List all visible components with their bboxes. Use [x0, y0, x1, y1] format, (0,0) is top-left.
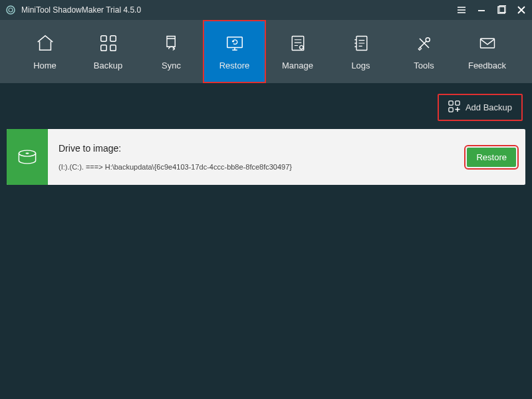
nav-restore[interactable]: Restore: [203, 20, 266, 83]
app-logo-icon: [5, 5, 16, 15]
titlebar: MiniTool ShadowMaker Trial 4.5.0: [0, 0, 532, 20]
nav-label: Sync: [162, 61, 181, 70]
toolbar: Add Backup: [7, 94, 525, 129]
add-backup-button[interactable]: Add Backup: [438, 94, 523, 121]
backup-entry-path: (I:).(C:). ===> H:\backupdata\{6c9e4103-…: [59, 163, 456, 171]
backup-entry-actions: Restore: [467, 129, 525, 185]
svg-point-0: [7, 6, 15, 14]
backup-entry-body: Drive to image: (I:).(C:). ===> H:\backu…: [48, 129, 467, 185]
svg-point-17: [25, 153, 29, 154]
nav-logs[interactable]: Logs: [329, 20, 392, 83]
drive-icon: [7, 129, 48, 185]
menu-icon[interactable]: [456, 5, 467, 15]
svg-point-11: [426, 38, 430, 42]
nav-label: Feedback: [468, 61, 506, 70]
nav-label: Home: [33, 61, 57, 70]
svg-point-9: [299, 46, 303, 49]
nav-backup[interactable]: Backup: [76, 20, 140, 83]
svg-rect-8: [292, 37, 304, 51]
nav-home[interactable]: Home: [13, 20, 76, 83]
nav-label: Backup: [94, 61, 122, 70]
maximize-icon[interactable]: [496, 5, 507, 15]
add-backup-label: Add Backup: [466, 102, 512, 112]
home-icon: [35, 33, 56, 54]
nav-manage[interactable]: Manage: [266, 20, 329, 83]
svg-rect-12: [480, 39, 494, 48]
window-controls: [456, 5, 527, 15]
svg-rect-15: [449, 108, 453, 112]
feedback-icon: [477, 33, 498, 54]
nav-label: Tools: [414, 61, 434, 70]
close-icon[interactable]: [516, 5, 527, 15]
manage-icon: [287, 33, 309, 54]
nav-feedback[interactable]: Feedback: [456, 20, 519, 83]
svg-rect-3: [100, 36, 106, 41]
backup-entry-title: Drive to image:: [59, 143, 456, 154]
svg-rect-5: [100, 45, 106, 51]
nav-label: Logs: [351, 61, 370, 70]
nav-label: Manage: [282, 61, 313, 70]
svg-rect-13: [449, 101, 453, 105]
backup-entry-card: Drive to image: (I:).(C:). ===> H:\backu…: [7, 129, 525, 185]
svg-rect-14: [456, 101, 460, 105]
svg-rect-6: [110, 45, 115, 51]
app-title: MiniTool ShadowMaker Trial 4.5.0: [21, 5, 456, 15]
minimize-icon[interactable]: [476, 5, 487, 15]
main-nav: Home Backup Sync Restore Manage Logs T: [0, 20, 532, 83]
svg-rect-4: [110, 36, 115, 41]
tools-icon: [414, 33, 435, 54]
nav-label: Restore: [219, 61, 250, 70]
backup-icon: [98, 33, 119, 54]
nav-sync[interactable]: Sync: [140, 20, 203, 83]
restore-icon: [224, 33, 245, 54]
sync-icon: [161, 33, 182, 54]
restore-button[interactable]: Restore: [467, 148, 516, 167]
add-backup-icon: [448, 100, 460, 114]
svg-rect-7: [227, 37, 242, 48]
logs-icon: [350, 33, 372, 54]
nav-tools[interactable]: Tools: [392, 20, 456, 83]
content-area: Add Backup Drive to image: (I:).(C:). ==…: [0, 83, 532, 196]
